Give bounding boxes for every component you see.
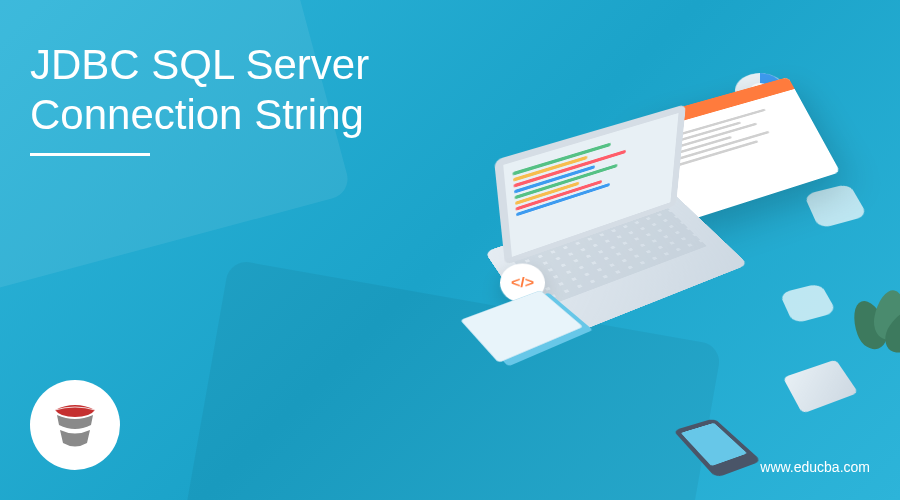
page-title: JDBC SQL Server Connection String <box>30 40 369 156</box>
illustration-scene: </> <box>370 50 870 450</box>
sql-server-icon <box>45 395 105 455</box>
code-tag-text: </> <box>511 275 534 291</box>
sql-server-logo <box>30 380 120 470</box>
website-url: www.educba.com <box>760 459 870 475</box>
title-underline <box>30 153 150 156</box>
title-line-2: Connection String <box>30 90 369 140</box>
hero-banner: JDBC SQL Server Connection String www.ed… <box>0 0 900 500</box>
title-line-1: JDBC SQL Server <box>30 40 369 90</box>
floating-card <box>779 283 837 324</box>
plant-pot <box>783 359 859 413</box>
floating-card <box>804 184 868 229</box>
